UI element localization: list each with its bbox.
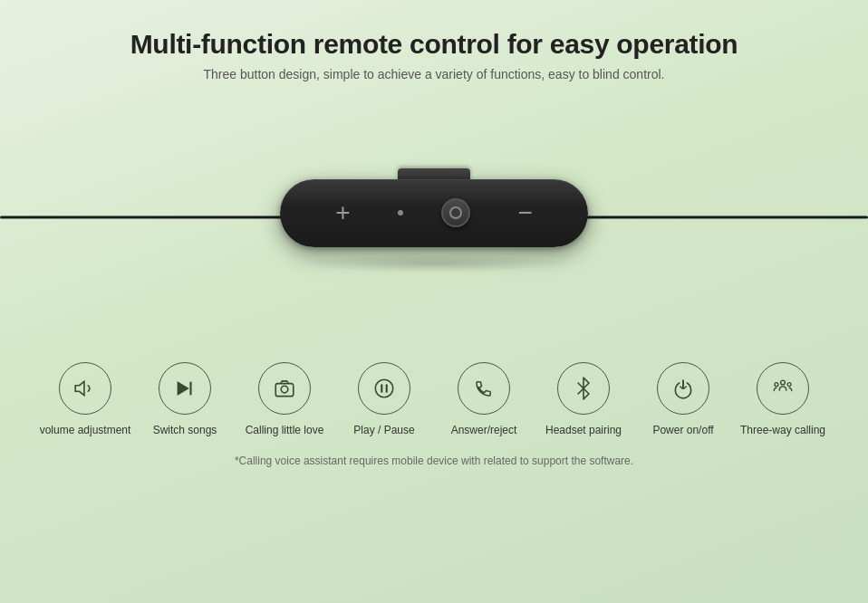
sub-title: Three button design, simple to achieve a… <box>130 67 738 81</box>
icon-item-power: Power on/off <box>633 362 733 438</box>
icon-label-answer: Answer/reject <box>451 424 517 438</box>
device-shadow <box>298 254 570 273</box>
power-icon <box>671 377 695 400</box>
icon-item-headset-pairing: Headset pairing <box>534 362 633 438</box>
svg-point-4 <box>281 386 288 393</box>
svg-line-10 <box>684 387 686 388</box>
remote-device: + − <box>280 179 588 256</box>
icon-circle-bt <box>557 362 610 415</box>
cable-left <box>0 216 290 219</box>
svg-point-5 <box>375 379 393 397</box>
device-body: + − <box>280 179 588 247</box>
center-button <box>441 198 470 227</box>
camera-circle-icon <box>273 377 296 400</box>
svg-point-12 <box>775 383 778 387</box>
icon-item-three-way: Three-way calling <box>733 362 833 438</box>
svg-marker-0 <box>75 381 84 395</box>
icon-circle-play-pause <box>358 362 410 415</box>
icon-circle-volume <box>59 362 111 415</box>
svg-point-11 <box>781 380 786 385</box>
icon-circle-switch <box>159 362 211 415</box>
skip-icon <box>173 377 197 400</box>
center-button-inner <box>449 206 462 219</box>
icon-item-volume: volume adjustment <box>35 362 135 438</box>
device-section: + − <box>0 100 868 335</box>
three-way-icon <box>771 377 795 400</box>
dot-indicator <box>398 210 403 215</box>
icon-label-power: Power on/off <box>652 424 713 438</box>
icon-label-switch: Switch songs <box>153 424 217 438</box>
minus-button-icon: − <box>517 200 532 225</box>
icon-circle-answer <box>458 362 510 415</box>
bluetooth-icon <box>572 377 595 400</box>
icons-section: volume adjustment Switch songs Calling l… <box>0 362 868 438</box>
icon-circle-three-way <box>757 362 809 415</box>
icon-item-play-pause: Play / Pause <box>334 362 434 438</box>
icon-label-play-pause: Play / Pause <box>353 424 414 438</box>
icon-label-volume: volume adjustment <box>40 424 131 438</box>
icon-item-answer-reject: Answer/reject <box>434 362 534 438</box>
icon-label-three-way: Three-way calling <box>740 424 825 438</box>
icon-label-calling: Calling little love <box>246 424 324 438</box>
volume-icon <box>73 377 97 400</box>
pause-circle-icon <box>372 377 396 400</box>
icon-item-calling-love: Calling little love <box>235 362 334 438</box>
icon-item-switch-songs: Switch songs <box>135 362 235 438</box>
icon-circle-power <box>657 362 709 415</box>
svg-line-9 <box>680 387 682 388</box>
cable-right <box>578 216 868 219</box>
plus-button-icon: + <box>335 200 350 225</box>
header-section: Multi-function remote control for easy o… <box>130 0 738 91</box>
phone-icon <box>472 377 496 400</box>
icon-circle-calling <box>258 362 311 415</box>
svg-marker-1 <box>178 383 188 395</box>
svg-point-13 <box>787 383 791 387</box>
icon-label-bt: Headset pairing <box>545 424 622 438</box>
main-title: Multi-function remote control for easy o… <box>130 29 738 60</box>
footnote: *Calling voice assistant requires mobile… <box>235 455 633 467</box>
